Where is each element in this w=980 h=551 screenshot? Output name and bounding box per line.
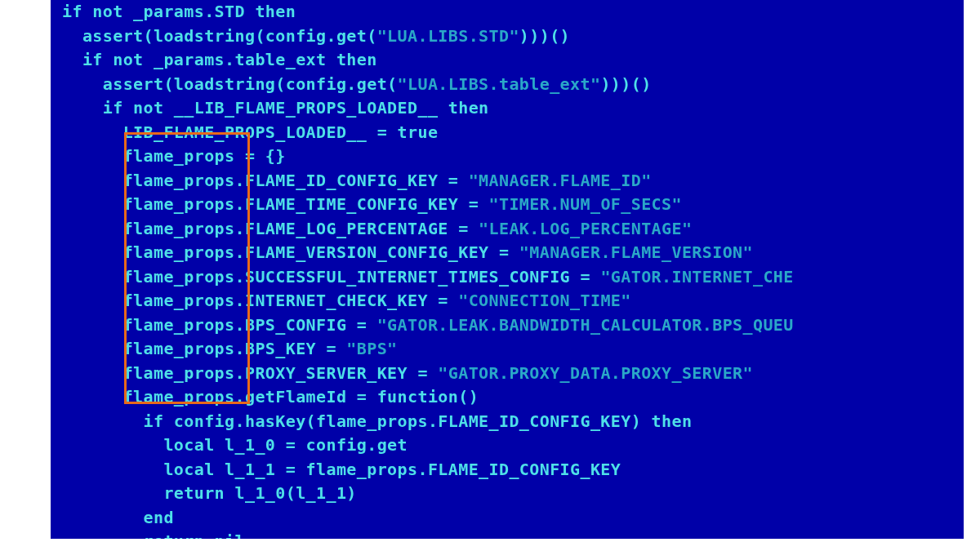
code-line: flame_props = {} (62, 144, 964, 169)
code-line: assert(loadstring(config.get("LUA.LIBS.S… (62, 24, 964, 49)
code-line: assert(loadstring(config.get("LUA.LIBS.t… (62, 73, 964, 97)
code-line: LIB_FLAME_PROPS_LOADED__ = true (62, 121, 964, 145)
code-line: flame_props.FLAME_ID_CONFIG_KEY = "MANAG… (62, 169, 964, 193)
code-line: flame_props.FLAME_VERSION_CONFIG_KEY = "… (62, 241, 964, 265)
code-line: end (62, 506, 964, 531)
code-line: flame_props.PROXY_SERVER_KEY = "GATOR.PR… (62, 362, 964, 386)
code-line: flame_props.SUCCESSFUL_INTERNET_TIMES_CO… (62, 265, 964, 290)
code-line: if not __LIB_FLAME_PROPS_LOADED__ then (62, 96, 964, 121)
code-line: flame_props.BPS_CONFIG = "GATOR.LEAK.BAN… (62, 313, 964, 338)
code-line: if config.hasKey(flame_props.FLAME_ID_CO… (62, 410, 964, 434)
code-line: flame_props.FLAME_LOG_PERCENTAGE = "LEAK… (62, 217, 964, 242)
code-line: flame_props.getFlameId = function() (62, 385, 964, 410)
code-line: return nil (62, 530, 964, 539)
code-terminal: if not _params.STD then assert(loadstrin… (51, 0, 964, 539)
code-line: flame_props.INTERNET_CHECK_KEY = "CONNEC… (62, 289, 964, 313)
code-line: local l_1_0 = config.get (62, 433, 964, 458)
code-block: if not _params.STD then assert(loadstrin… (62, 0, 964, 539)
code-line: if not _params.STD then (62, 0, 964, 24)
code-line: flame_props.BPS_KEY = "BPS" (62, 337, 964, 362)
code-line: if not _params.table_ext then (62, 48, 964, 73)
code-line: flame_props.FLAME_TIME_CONFIG_KEY = "TIM… (62, 193, 964, 217)
code-line: return l_1_0(l_1_1) (62, 482, 964, 506)
code-line: local l_1_1 = flame_props.FLAME_ID_CONFI… (62, 458, 964, 482)
